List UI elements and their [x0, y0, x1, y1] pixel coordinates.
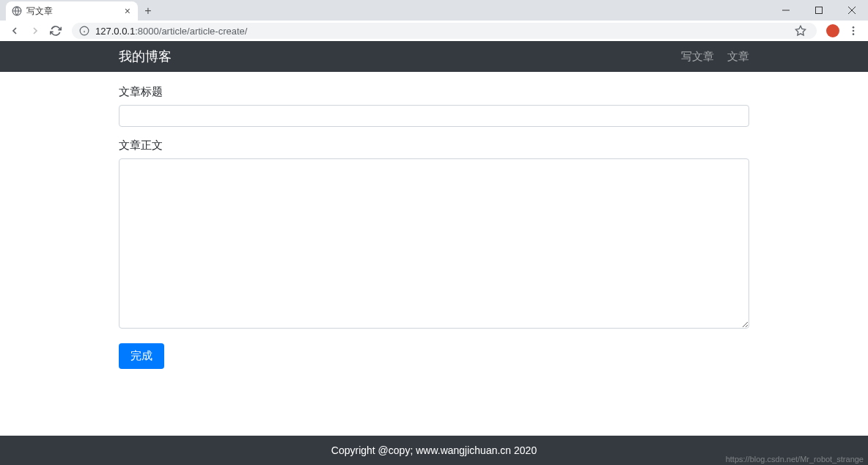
browser-toolbar: 127.0.0.1:8000/article/article-create/	[0, 21, 868, 41]
close-window-button[interactable]	[835, 0, 868, 21]
browser-tab-active[interactable]: 写文章 ×	[6, 1, 138, 21]
menu-icon[interactable]	[845, 22, 862, 40]
brand-title[interactable]: 我的博客	[119, 48, 172, 65]
new-tab-button[interactable]: +	[138, 1, 158, 21]
minimize-button[interactable]	[769, 0, 802, 21]
nav-link-write[interactable]: 写文章	[681, 50, 714, 64]
main-content: 文章标题 文章正文 完成	[0, 72, 868, 436]
footer-copyright: Copyright @copy; www.wangjichuan.cn 2020	[331, 444, 537, 456]
body-group: 文章正文	[119, 139, 749, 332]
tab-title: 写文章	[26, 5, 119, 18]
page-viewport: 我的博客 写文章 文章 文章标题 文章正文 完成 Copyright @copy…	[0, 41, 868, 465]
title-label: 文章标题	[119, 85, 749, 99]
site-info-icon[interactable]	[79, 26, 89, 36]
nav-links: 写文章 文章	[681, 50, 749, 64]
site-navbar: 我的博客 写文章 文章	[0, 41, 868, 72]
submit-button[interactable]: 完成	[119, 343, 164, 369]
extension-icon[interactable]	[824, 22, 842, 40]
browser-chrome: 写文章 × + 127.0.0.1:8000/artic	[0, 0, 868, 41]
svg-marker-8	[795, 26, 805, 35]
site-footer: Copyright @copy; www.wangjichuan.cn 2020…	[0, 436, 868, 465]
maximize-button[interactable]	[802, 0, 835, 21]
window-controls	[769, 0, 868, 21]
forward-button[interactable]	[26, 22, 44, 40]
svg-point-10	[853, 30, 855, 32]
watermark-text: https://blog.csdn.net/Mr_robot_strange	[726, 455, 864, 464]
title-group: 文章标题	[119, 85, 749, 127]
address-bar[interactable]: 127.0.0.1:8000/article/article-create/	[72, 23, 817, 39]
article-title-input[interactable]	[119, 105, 749, 127]
svg-point-9	[853, 26, 855, 29]
url-text: 127.0.0.1:8000/article/article-create/	[95, 26, 786, 37]
reload-button[interactable]	[47, 22, 65, 40]
article-body-textarea[interactable]	[119, 158, 749, 329]
svg-point-11	[853, 33, 855, 35]
nav-link-articles[interactable]: 文章	[727, 50, 749, 64]
globe-icon	[12, 6, 22, 16]
body-label: 文章正文	[119, 139, 749, 153]
bookmark-star-icon[interactable]	[792, 22, 809, 40]
tab-strip: 写文章 × +	[0, 0, 868, 21]
svg-rect-2	[815, 7, 822, 14]
back-button[interactable]	[6, 22, 23, 40]
tab-close-button[interactable]: ×	[123, 5, 132, 17]
